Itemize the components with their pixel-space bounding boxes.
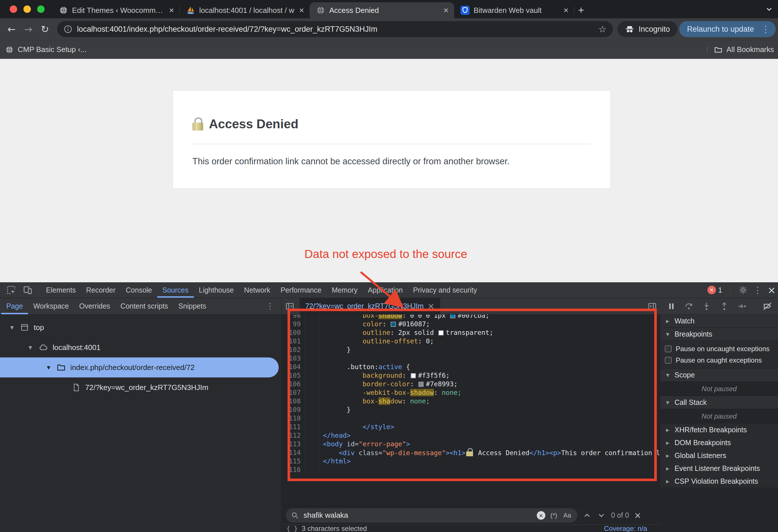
section-watch[interactable]: ▸ Watch [660, 315, 778, 328]
bookmark-cmp-basic-setup[interactable]: CMP Basic Setup ‹... [5, 45, 87, 54]
section-breakpoints[interactable]: ▾ Breakpoints [660, 328, 778, 341]
tree-item-order-key-file[interactable]: 72/?key=wc_order_kzRT7G5N3HJIm [0, 377, 282, 397]
code-line: 107 -webkit-box-shadow: none; [282, 388, 660, 397]
zoom-window-button[interactable] [37, 5, 45, 13]
pause-uncaught-row[interactable]: Pause on uncaught exceptions [660, 343, 778, 355]
devtools-tab-lighthouse[interactable]: Lighthouse [194, 282, 239, 298]
clear-search-icon[interactable]: × [537, 511, 545, 520]
section-call-stack[interactable]: ▾ Call Stack [660, 396, 778, 409]
device-toolbar-icon[interactable] [19, 285, 36, 295]
code-viewer[interactable]: 98 box-shadow: 0 0 0 1px #007cba;99 colo… [282, 315, 660, 506]
checkbox-unchecked[interactable] [665, 345, 672, 352]
pause-caught-row[interactable]: Pause on caught exceptions [660, 355, 778, 366]
error-count-badge[interactable]: × 1 [707, 286, 722, 294]
devtools-tab-network[interactable]: Network [239, 282, 276, 298]
search-field[interactable]: × (*) Aa [286, 508, 577, 523]
tab-close-icon[interactable]: × [563, 6, 568, 15]
section-event-listener-breakpoints[interactable]: ▸ Event Listener Breakpoints [660, 462, 778, 475]
step-icon[interactable] [734, 302, 750, 311]
site-info-icon[interactable] [64, 24, 73, 34]
inspect-element-icon[interactable] [3, 285, 19, 295]
tab-close-icon[interactable]: × [299, 6, 304, 15]
navigator-menu-kebab-icon[interactable]: ⋮ [266, 301, 274, 311]
tab-close-icon[interactable]: × [443, 6, 449, 15]
forward-button[interactable]: → [21, 23, 36, 35]
section-dom-breakpoints[interactable]: ▸ DOM Breakpoints [660, 436, 778, 449]
step-into-icon[interactable] [699, 302, 714, 311]
match-case-toggle[interactable]: Aa [562, 512, 572, 519]
navigator-tab-content-scripts[interactable]: Content scripts [115, 298, 173, 314]
code-line: 98 box-shadow: 0 0 0 1px #007cba; [282, 315, 660, 320]
chevron-down-icon[interactable]: ▾ [9, 324, 15, 332]
deactivate-breakpoints-icon[interactable] [760, 301, 775, 311]
minimize-window-button[interactable] [23, 5, 31, 13]
file-tab-close-icon[interactable]: × [427, 301, 434, 311]
chevron-right-icon: ▸ [665, 439, 671, 446]
pretty-print-icon[interactable]: { } [286, 525, 298, 532]
devtools-tab-privacy[interactable]: Privacy and security [408, 282, 482, 298]
close-window-button[interactable] [10, 5, 17, 13]
devtools-close-icon[interactable]: × [768, 284, 776, 296]
tree-item-top[interactable]: ▾ top [0, 318, 282, 337]
step-over-icon[interactable] [681, 302, 696, 311]
next-match-chevron-icon[interactable] [597, 511, 606, 520]
tab-bitwarden[interactable]: Bitwarden Web vault × [454, 2, 574, 18]
editor-file-tab[interactable]: 72/?key=wc_order_kzRT7G5N3HJIm × [300, 298, 440, 314]
coverage-link[interactable]: Coverage: n/a [604, 525, 647, 532]
all-bookmarks-button[interactable]: All Bookmarks [714, 45, 774, 54]
color-swatch[interactable] [411, 373, 416, 378]
color-swatch[interactable] [450, 315, 455, 318]
tab-search-chevron-icon[interactable] [765, 5, 773, 13]
section-scope[interactable]: ▾ Scope [660, 369, 778, 382]
close-search-icon[interactable]: × [634, 510, 641, 520]
back-button[interactable]: ← [4, 23, 19, 35]
lock-icon [192, 117, 204, 130]
step-out-icon[interactable] [717, 302, 732, 311]
navigator-tab-workspace[interactable]: Workspace [28, 298, 74, 314]
chevron-down-icon[interactable]: ▾ [45, 363, 52, 371]
svg-text:PMA: PMA [188, 12, 193, 14]
navigator-tab-overrides[interactable]: Overrides [74, 298, 115, 314]
bookmark-star-icon[interactable]: ☆ [599, 24, 607, 34]
devtools-menu-kebab-icon[interactable]: ⋮ [754, 285, 762, 295]
tree-item-order-received[interactable]: ▾ index.php/checkout/order-received/72 [0, 357, 279, 377]
tab-edit-themes[interactable]: Edit Themes ‹ Woocommerce × [53, 2, 180, 18]
checkbox-unchecked[interactable] [665, 357, 672, 364]
color-swatch[interactable] [391, 322, 396, 327]
color-swatch[interactable] [418, 382, 423, 387]
tab-phpmyadmin[interactable]: PMA localhost:4001 / localhost / w × [180, 2, 310, 18]
chevron-down-icon: ▾ [665, 331, 671, 338]
tree-item-localhost[interactable]: ▾ localhost:4001 [0, 337, 282, 357]
devtools-tab-performance[interactable]: Performance [276, 282, 327, 298]
settings-gear-icon[interactable] [738, 285, 748, 294]
new-tab-button[interactable]: + [574, 3, 588, 17]
section-xhr-breakpoints[interactable]: ▸ XHR/fetch Breakpoints [660, 424, 778, 436]
regex-toggle[interactable]: (*) [549, 512, 558, 519]
address-bar[interactable]: localhost:4001/index.php/checkout/order-… [57, 21, 613, 37]
chevron-down-icon[interactable]: ▾ [27, 343, 34, 351]
tab-access-denied-active[interactable]: Access Denied × [310, 2, 454, 18]
section-csp-violation-breakpoints[interactable]: ▸ CSP Violation Breakpoints [660, 475, 778, 488]
color-swatch[interactable] [439, 330, 444, 336]
search-input[interactable] [303, 511, 533, 520]
devtools-tab-application[interactable]: Application [363, 282, 408, 298]
browser-menu-kebab-icon[interactable]: ⋮ [759, 24, 772, 34]
devtools-tab-sources[interactable]: Sources [157, 282, 194, 298]
file-icon [72, 383, 81, 392]
tab-title: Bitwarden Web vault [474, 6, 559, 15]
reload-button[interactable]: ↻ [37, 23, 53, 35]
devtools-tab-elements[interactable]: Elements [41, 282, 81, 298]
collapse-navigator-icon[interactable] [282, 302, 298, 311]
navigator-tab-snippets[interactable]: Snippets [173, 298, 211, 314]
error-message: This order confirmation link cannot be a… [192, 156, 591, 167]
tab-close-icon[interactable]: × [169, 6, 174, 15]
navigator-tab-page[interactable]: Page [1, 298, 28, 314]
section-global-listeners[interactable]: ▸ Global Listeners [660, 449, 778, 462]
devtools-tab-console[interactable]: Console [121, 282, 157, 298]
previous-match-chevron-icon[interactable] [582, 511, 592, 520]
devtools-tab-memory[interactable]: Memory [327, 282, 363, 298]
devtools-tab-recorder[interactable]: Recorder [81, 282, 121, 298]
relaunch-to-update-button[interactable]: Relaunch to update ⋮ [679, 21, 776, 37]
expand-sidebar-icon[interactable] [644, 302, 660, 311]
pause-script-icon[interactable] [664, 302, 679, 311]
